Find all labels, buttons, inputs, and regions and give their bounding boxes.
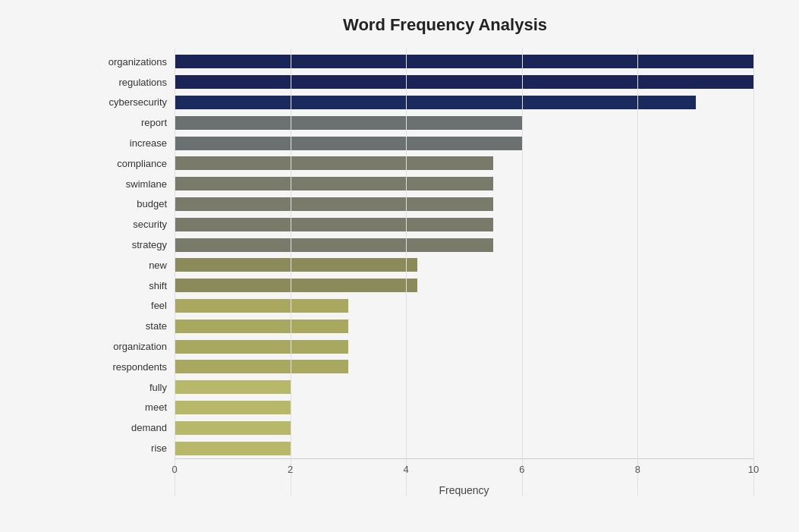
bar-row: report — [175, 112, 753, 133]
chart-container: Word Frequency Analysis organizationsreg… — [0, 0, 799, 532]
x-axis: 0246810 Frequency — [175, 458, 753, 496]
bar-fill — [175, 96, 696, 109]
x-axis-tick: 8 — [635, 464, 640, 475]
bar-fill — [175, 156, 493, 170]
bar-fill — [175, 340, 348, 354]
bar-fill — [175, 380, 291, 394]
bar-track — [175, 320, 753, 333]
x-axis-tick: 0 — [171, 464, 177, 475]
bar-row: meet — [175, 398, 753, 418]
bar-label: rise — [91, 442, 175, 454]
bar-label: regulations — [91, 77, 175, 88]
bar-label: strategy — [91, 239, 175, 250]
x-axis-tick: 10 — [748, 464, 759, 475]
bar-fill — [175, 238, 493, 252]
bar-fill — [175, 279, 417, 292]
bar-label: demand — [91, 422, 175, 433]
bar-row: fully — [175, 377, 753, 398]
bar-row: swimlane — [175, 174, 753, 194]
bar-label: report — [91, 117, 175, 128]
bar-track — [175, 442, 753, 455]
bar-track — [175, 137, 753, 150]
x-axis-tick: 2 — [288, 464, 293, 475]
bar-label: swimlane — [91, 178, 175, 190]
bar-fill — [175, 197, 493, 211]
bar-track — [175, 380, 753, 394]
bar-fill — [175, 258, 417, 272]
bar-row: organization — [175, 336, 753, 357]
bar-label: compliance — [91, 158, 175, 169]
bar-row: organizations — [175, 52, 753, 72]
bar-label: security — [91, 219, 175, 230]
bar-row: feel — [175, 296, 753, 316]
bar-fill — [175, 177, 493, 190]
bar-row: cybersecurity — [175, 93, 753, 113]
bar-track — [175, 75, 753, 89]
bar-fill — [175, 55, 753, 68]
bar-track — [175, 177, 753, 190]
bar-label: respondents — [91, 361, 175, 373]
bar-track — [175, 156, 753, 170]
bar-chart: organizationsregulationscybersecurityrep… — [175, 49, 753, 458]
bar-fill — [175, 401, 291, 414]
bar-fill — [175, 75, 753, 89]
bar-track — [175, 116, 753, 130]
bar-row: new — [175, 255, 753, 275]
bar-label: meet — [91, 401, 175, 413]
bar-track — [175, 197, 753, 211]
x-axis-tick: 4 — [404, 464, 409, 475]
x-axis-tick: 6 — [519, 464, 524, 475]
bar-track — [175, 258, 753, 272]
bar-track — [175, 299, 753, 313]
bar-track — [175, 279, 753, 292]
bar-fill — [175, 299, 348, 313]
x-axis-title: Frequency — [175, 484, 753, 496]
bar-label: fully — [91, 382, 175, 393]
bar-row: state — [175, 316, 753, 336]
bar-row: respondents — [175, 357, 753, 377]
bar-fill — [175, 320, 348, 333]
bar-row: rise — [175, 438, 753, 458]
bar-label: new — [91, 260, 175, 271]
bar-row: compliance — [175, 153, 753, 174]
bar-row: strategy — [175, 235, 753, 255]
bar-fill — [175, 137, 522, 150]
bar-track — [175, 360, 753, 373]
bar-track — [175, 55, 753, 68]
bar-fill — [175, 360, 348, 373]
bar-track — [175, 340, 753, 354]
bar-label: organization — [91, 341, 175, 352]
bar-fill — [175, 421, 291, 435]
bar-track — [175, 96, 753, 109]
bar-label: increase — [91, 137, 175, 149]
bar-track — [175, 238, 753, 252]
bar-fill — [175, 116, 522, 130]
bar-track — [175, 421, 753, 435]
bar-label: state — [91, 320, 175, 332]
bar-row: increase — [175, 133, 753, 153]
bar-row: demand — [175, 417, 753, 438]
bar-row: shift — [175, 275, 753, 296]
bar-label: feel — [91, 300, 175, 311]
bar-row: budget — [175, 194, 753, 215]
bar-label: shift — [91, 280, 175, 291]
bar-track — [175, 401, 753, 414]
bar-track — [175, 218, 753, 231]
bar-label: budget — [91, 198, 175, 209]
bar-fill — [175, 442, 291, 455]
bar-row: security — [175, 214, 753, 235]
bar-label: cybersecurity — [91, 96, 175, 108]
grid-line — [753, 49, 754, 496]
bar-label: organizations — [91, 56, 175, 68]
bar-row: regulations — [175, 72, 753, 93]
chart-title: Word Frequency Analysis — [137, 15, 753, 35]
bar-fill — [175, 218, 493, 231]
